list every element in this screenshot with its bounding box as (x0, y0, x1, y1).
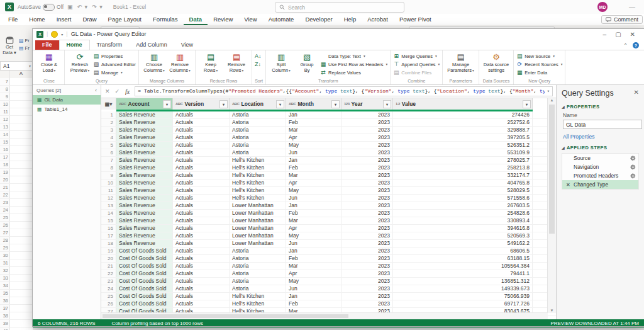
row-header-24[interactable]: 24 (0, 207, 10, 213)
applied-step-changed-type[interactable]: ✕Changed Type (562, 180, 638, 189)
query-name-input[interactable]: GL Data (563, 120, 642, 129)
comment-button[interactable]: Comment (601, 15, 643, 24)
enter-data-button[interactable]: ▦Enter Data (516, 69, 562, 76)
menu-tab-draw[interactable]: Draw (77, 14, 102, 25)
row-header-34[interactable]: 34 (0, 282, 10, 289)
column-header-account[interactable]: ABCAccount▾ (116, 98, 173, 110)
row-number[interactable]: 7 (101, 157, 116, 164)
expand-formula-icon[interactable]: ▾ (545, 87, 550, 96)
row-number[interactable]: 1 (101, 111, 116, 118)
column-header-version[interactable]: ABCVersion▾ (173, 98, 230, 110)
row-header-12[interactable]: 12 (0, 116, 10, 123)
row-number[interactable]: 15 (101, 217, 116, 224)
vertical-scrollbar[interactable]: ▲ ▼ (547, 98, 556, 313)
row-header-7[interactable]: 7 (0, 78, 10, 85)
row-number[interactable]: 9 (101, 172, 116, 179)
data-type-button[interactable]: Data Type: Text▾ (320, 52, 387, 60)
help-icon[interactable]: ? (633, 42, 639, 48)
row-header-27[interactable]: 27 (0, 229, 10, 236)
horizontal-scroll-thumb[interactable] (103, 314, 348, 318)
vertical-scroll-thumb[interactable] (549, 105, 555, 234)
menu-tab-view[interactable]: View (238, 14, 262, 25)
row-header-16[interactable]: 16 (0, 146, 10, 153)
choose-columns-button[interactable]: ▥ChooseColumns▾ (142, 52, 167, 78)
row-header-29[interactable]: 29 (0, 244, 10, 251)
properties-section-header[interactable]: ◢ PROPERTIES (562, 104, 639, 110)
step-settings-gear-icon[interactable] (630, 156, 636, 161)
pq-tab-transform[interactable]: Transform (90, 40, 130, 50)
row-header-20[interactable]: 20 (0, 176, 10, 183)
collapse-ribbon-icon[interactable]: ⌃ (623, 43, 628, 48)
manage-parameters-button[interactable]: ▤ManageParameters▾ (445, 52, 476, 78)
pq-minimize-icon[interactable]: – (603, 31, 607, 38)
step-settings-gear-icon[interactable] (630, 173, 636, 179)
settings-close-icon[interactable]: ✕ (634, 89, 639, 96)
save-icon[interactable]: ▣ (67, 4, 74, 10)
cancel-formula-icon[interactable]: ✕ (103, 88, 113, 94)
row-number[interactable]: 11 (101, 187, 116, 194)
applied-step-source[interactable]: Source (562, 154, 638, 162)
select-all-corner[interactable] (0, 71, 9, 78)
menu-tab-acrobat[interactable]: Acrobat (362, 14, 394, 25)
row-header-32[interactable]: 32 (0, 267, 10, 274)
keep-rows-button[interactable]: ▤KeepRows▾ (198, 52, 223, 78)
row-number[interactable]: 14 (101, 210, 116, 217)
row-header-36[interactable]: 36 (0, 297, 10, 304)
group-by-button[interactable]: ▧GroupBy (294, 52, 319, 78)
collapse-pane-icon[interactable]: ‹ (95, 88, 97, 93)
row-number[interactable]: 5 (101, 142, 116, 149)
all-properties-link[interactable]: All Properties (563, 134, 639, 140)
search-input[interactable]: Search (275, 2, 404, 13)
undo-icon[interactable]: ↶ ▾ (77, 4, 89, 10)
query-item-table1-14[interactable]: ▦Table1_14 (33, 105, 101, 114)
filter-dropdown-icon[interactable]: ▾ (219, 100, 228, 108)
menu-tab-developer[interactable]: Developer (299, 14, 338, 25)
row-header-39[interactable]: 39 (0, 320, 10, 327)
row-header-21[interactable]: 21 (0, 184, 10, 191)
row-number[interactable]: 18 (101, 240, 116, 247)
autosave-switch-icon[interactable] (43, 4, 55, 11)
row-header-35[interactable]: 35 (0, 290, 10, 297)
filter-dropdown-icon[interactable]: ▾ (331, 100, 340, 108)
filter-dropdown-icon[interactable]: ▾ (523, 100, 531, 108)
replace-values-button[interactable]: ⇄Replace Values (320, 69, 387, 76)
row-number[interactable]: 25 (101, 293, 116, 300)
advanced-editor-button[interactable]: ▧Advanced Editor (93, 60, 136, 68)
row-number[interactable]: 6 (101, 149, 116, 156)
recent-sources-button[interactable]: ⟳Recent Sources▾ (516, 60, 562, 68)
column-header-value[interactable]: 1.2Value▾ (393, 98, 533, 110)
row-number[interactable]: 21 (101, 263, 116, 270)
row-number[interactable]: 26 (101, 300, 116, 307)
row-number[interactable]: 20 (101, 255, 116, 262)
sort-descending-button[interactable]: Z↓ (255, 60, 263, 68)
name-box[interactable]: A1▾ (0, 61, 34, 71)
status-profiling[interactable]: Column profiling based on top 1000 rows (112, 321, 203, 326)
row-header-10[interactable]: 10 (0, 101, 10, 108)
menu-tab-home[interactable]: Home (23, 14, 50, 25)
pq-tab-home[interactable]: Home (59, 40, 90, 50)
sort-ascending-button[interactable]: A↓ (255, 52, 263, 60)
filter-dropdown-icon[interactable]: ▾ (276, 100, 284, 108)
filter-dropdown-icon[interactable]: ▾ (383, 100, 391, 108)
column-header-location[interactable]: ABCLocation▾ (230, 98, 286, 110)
row-header-28[interactable]: 28 (0, 237, 10, 244)
smiley-dropdown-icon[interactable]: ▾ (61, 32, 63, 37)
row-header-38[interactable]: 38 (0, 312, 10, 319)
row-number[interactable]: 8 (101, 164, 116, 171)
pq-tab-add-column[interactable]: Add Column (129, 40, 174, 50)
close-load-button[interactable]: ▦Close &Load▾ (36, 52, 62, 78)
row-header-30[interactable]: 30 (0, 252, 10, 259)
menu-tab-page-layout[interactable]: Page Layout (103, 14, 147, 25)
row-header-40[interactable]: 40 (0, 327, 10, 330)
row-header-19[interactable]: 19 (0, 169, 10, 176)
pq-maximize-icon[interactable]: ▢ (615, 31, 621, 38)
excel-minimize-icon[interactable]: — (629, 4, 635, 11)
formula-input[interactable]: = Table.TransformColumnTypes(#"Promoted … (135, 86, 553, 96)
remove-rows-button[interactable]: ▤RemoveRows▾ (224, 52, 249, 78)
use-first-row-as-headers-button[interactable]: ▦Use First Row as Headers▾ (320, 60, 387, 68)
confirm-formula-icon[interactable]: ✓ (113, 88, 123, 94)
scroll-up-icon[interactable]: ▲ (550, 98, 554, 102)
pq-tab-file[interactable]: File (35, 40, 59, 50)
row-number[interactable]: 2 (101, 119, 116, 126)
row-header-18[interactable]: 18 (0, 161, 10, 168)
